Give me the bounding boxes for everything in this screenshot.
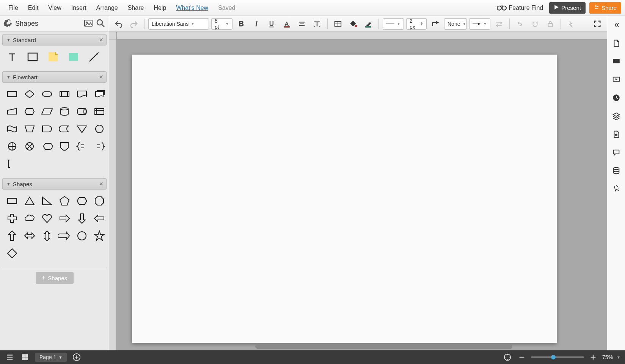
menu-view[interactable]: View <box>44 2 66 14</box>
hexagon-shape[interactable] <box>74 193 90 209</box>
align-button[interactable] <box>295 17 308 30</box>
horizontal-scrollbar[interactable] <box>124 344 592 349</box>
cursor-effects-icon[interactable] <box>609 182 623 196</box>
cross-shape[interactable] <box>4 210 20 227</box>
callout-right-shape[interactable] <box>56 228 73 244</box>
redo-button[interactable] <box>127 17 140 30</box>
triangle-shape[interactable] <box>21 193 38 209</box>
line-style-dropdown[interactable]: ▼ <box>383 18 404 30</box>
block-shape[interactable] <box>24 49 41 65</box>
up-arrow-shape[interactable] <box>4 228 20 244</box>
manual-operation-shape[interactable] <box>21 121 38 137</box>
zoom-level[interactable]: 75% <box>602 354 613 360</box>
zoom-in-button[interactable] <box>588 352 598 362</box>
zoom-fit-icon[interactable] <box>502 352 513 362</box>
layout-button[interactable] <box>331 17 344 30</box>
data-shape[interactable] <box>39 103 55 120</box>
circle-shape[interactable] <box>74 228 90 244</box>
document-shape[interactable] <box>74 86 90 102</box>
vertical-double-arrow-shape[interactable] <box>39 228 55 244</box>
action-button[interactable] <box>565 17 578 30</box>
zoom-out-button[interactable] <box>517 352 527 362</box>
text-options-button[interactable]: T <box>311 17 323 30</box>
collapse-right-panel-button[interactable] <box>609 18 623 32</box>
left-arrow-shape[interactable] <box>91 210 108 227</box>
multi-document-shape[interactable] <box>91 86 108 102</box>
offpage-connector-shape[interactable] <box>56 138 73 155</box>
delay-shape[interactable] <box>39 121 55 137</box>
fill-color-button[interactable] <box>347 17 360 30</box>
comments-icon[interactable]: ❝❞ <box>609 55 623 68</box>
star-shape[interactable] <box>91 228 108 244</box>
data-icon[interactable] <box>609 164 623 177</box>
section-shapes-header[interactable]: ▼ Shapes × <box>2 178 107 190</box>
brace-note-right-shape[interactable] <box>74 138 90 155</box>
database-shape[interactable] <box>56 103 73 120</box>
pentagon-shape[interactable] <box>56 193 73 209</box>
manual-input-shape[interactable] <box>4 103 20 120</box>
text-shape[interactable]: T <box>4 49 20 65</box>
arrow-start-dropdown[interactable]: None▼ <box>444 18 467 30</box>
right-triangle-shape[interactable] <box>39 193 55 209</box>
lock-button[interactable] <box>544 17 557 30</box>
layers-icon[interactable] <box>609 109 623 123</box>
heart-shape[interactable] <box>39 210 55 227</box>
page-tab[interactable]: Page 1▼ <box>35 353 67 362</box>
add-page-button[interactable] <box>71 352 82 362</box>
close-icon[interactable]: × <box>99 180 103 188</box>
summing-junction-shape[interactable] <box>21 138 38 155</box>
section-flowchart-header[interactable]: ▼ Flowchart × <box>2 71 107 83</box>
menu-help[interactable]: Help <box>149 2 171 14</box>
note-bracket-shape[interactable] <box>4 155 20 172</box>
text-color-button[interactable]: A <box>280 17 293 30</box>
direct-data-shape[interactable] <box>74 103 90 120</box>
hotspot-shape[interactable] <box>65 49 82 65</box>
down-arrow-shape[interactable] <box>74 210 90 227</box>
line-width-dropdown[interactable]: 2 px▲▼ <box>406 18 427 30</box>
link-button[interactable] <box>514 17 526 30</box>
terminator-shape[interactable] <box>39 86 55 102</box>
line-type-button[interactable] <box>429 17 442 30</box>
close-icon[interactable]: × <box>99 36 103 44</box>
feature-find-button[interactable]: Feature Find <box>497 3 543 13</box>
theme-icon[interactable] <box>609 127 623 141</box>
image-icon[interactable] <box>84 19 93 29</box>
internal-storage-shape[interactable] <box>91 103 108 120</box>
merge-shape[interactable] <box>74 121 90 137</box>
presentation-icon[interactable] <box>609 73 623 86</box>
menu-whats-new[interactable]: What's New <box>171 2 213 14</box>
preparation-shape[interactable] <box>21 103 38 120</box>
gear-icon[interactable] <box>4 19 12 29</box>
font-family-dropdown[interactable]: Liberation Sans▼ <box>148 18 209 30</box>
note-shape[interactable] <box>45 49 61 65</box>
bold-button[interactable]: B <box>235 17 248 30</box>
grid-view-icon[interactable] <box>20 352 30 362</box>
magnet-button[interactable] <box>529 17 542 30</box>
octagon-shape[interactable] <box>91 193 108 209</box>
arrow-end-dropdown[interactable]: ▼ <box>469 18 490 30</box>
stroke-color-button[interactable] <box>362 17 375 30</box>
undo-button[interactable] <box>112 17 125 30</box>
italic-button[interactable]: I <box>250 17 263 30</box>
process-shape[interactable] <box>4 86 20 102</box>
zoom-slider[interactable] <box>531 356 584 358</box>
history-icon[interactable] <box>609 91 623 105</box>
chat-icon[interactable] <box>609 146 623 159</box>
document-icon[interactable] <box>609 36 623 50</box>
menu-file[interactable]: File <box>4 2 23 14</box>
stored-data-shape[interactable] <box>56 121 73 137</box>
share-button[interactable]: Share <box>589 2 621 14</box>
line-shape[interactable] <box>86 49 102 65</box>
horizontal-double-arrow-shape[interactable] <box>21 228 38 244</box>
fullscreen-button[interactable] <box>591 17 604 30</box>
menu-share[interactable]: Share <box>123 2 149 14</box>
right-arrow-shape[interactable] <box>56 210 73 227</box>
search-icon[interactable] <box>96 19 105 29</box>
section-standard-header[interactable]: ▼ Standard × <box>2 34 107 46</box>
diamond-shape[interactable] <box>4 245 20 262</box>
menu-insert[interactable]: Insert <box>67 2 91 14</box>
paper-tape-shape[interactable] <box>4 121 20 137</box>
brace-note-left-shape[interactable] <box>91 138 108 155</box>
menu-edit[interactable]: Edit <box>24 2 43 14</box>
close-icon[interactable]: × <box>99 73 103 81</box>
